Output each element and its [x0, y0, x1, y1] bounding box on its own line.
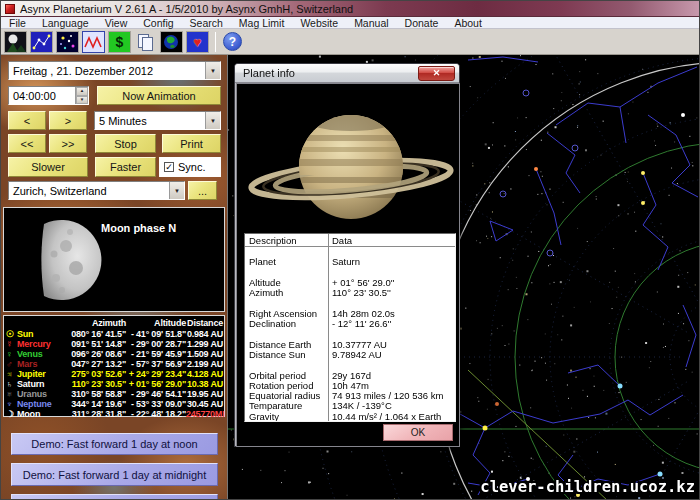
- location-browse-button[interactable]: ...: [188, 181, 217, 200]
- faster-button[interactable]: Faster: [95, 157, 156, 177]
- planet-symbol-icon: ☽: [6, 409, 16, 419]
- starfield-icon[interactable]: [56, 31, 79, 53]
- planet-row[interactable]: ☽ Moon 311° 28' 31.8" - 22° 48' 18.2" 24…: [6, 409, 222, 419]
- info-description: Rotation period: [245, 381, 328, 391]
- planet-altitude: - 22° 48' 18.2": [126, 409, 186, 419]
- planet-row[interactable]: ♄ Saturn 110° 23' 30.5" + 01° 56' 29.0" …: [6, 379, 222, 389]
- info-data: 10.37777 AU: [328, 340, 455, 350]
- app-icon: [5, 4, 15, 14]
- planet-distance: 4.128 AU: [186, 369, 223, 379]
- planet-row[interactable]: ♂ Mars 047° 27' 13.2" - 57° 37' 56.9" 2.…: [6, 359, 222, 369]
- info-description: [245, 298, 328, 308]
- menu-item[interactable]: Language: [34, 17, 97, 29]
- planet-symbol-icon: ♃: [6, 369, 16, 379]
- help-icon[interactable]: ?: [223, 32, 242, 51]
- print-button[interactable]: Print: [162, 134, 221, 153]
- fast-forward-button[interactable]: >>: [49, 134, 87, 153]
- menu-item[interactable]: Donate: [397, 17, 447, 29]
- time-input[interactable]: 04:00:00 ▲ ▼: [8, 86, 89, 105]
- info-row: Temparature 134K / -139°C: [245, 401, 455, 411]
- demo-noon-button[interactable]: Demo: Fast forward 1 day at noon: [11, 433, 218, 455]
- sync-option: ✓ Sync.: [159, 157, 221, 177]
- dialog-title: Planet info: [243, 67, 295, 79]
- dialog-body: Description Data Planet Saturn: [236, 83, 460, 447]
- info-row: Distance Earth 10.37777 AU: [245, 340, 455, 350]
- info-row: Gravity 10.44 m/s² / 1.064 x Earth: [245, 412, 455, 422]
- copy-sheet-front: [142, 37, 153, 51]
- dollar-icon[interactable]: $: [108, 31, 131, 53]
- constellation-icon[interactable]: [30, 31, 53, 53]
- menu-item[interactable]: About: [446, 17, 489, 29]
- planet-name: Moon: [16, 409, 60, 419]
- graph-icon[interactable]: [82, 31, 105, 53]
- location-combobox[interactable]: Zurich, Switzerland ▼: [8, 181, 185, 200]
- info-row: [245, 268, 455, 278]
- planet-row[interactable]: ♅ Uranus 310° 58' 58.8" - 29° 46' 54.1" …: [6, 389, 222, 399]
- info-data: + 01° 56' 29.0'': [328, 278, 455, 288]
- date-combobox[interactable]: Freitag , 21. Dezember 2012 ▼: [8, 61, 221, 80]
- info-data: Saturn: [328, 257, 455, 267]
- chevron-down-icon[interactable]: ▼: [205, 112, 220, 129]
- planet-name: Venus: [16, 349, 60, 359]
- chevron-down-icon[interactable]: ▼: [205, 62, 220, 79]
- fast-back-button[interactable]: <<: [8, 134, 46, 153]
- info-description: Right Ascension: [245, 309, 328, 319]
- info-data: - 12° 11' 26.6'': [328, 319, 455, 329]
- chevron-down-icon[interactable]: ▼: [169, 182, 184, 199]
- planet-table-header: Azimuth Altitude Distance: [6, 317, 222, 329]
- planet-altitude: + 01° 56' 29.0": [126, 379, 186, 389]
- now-animation-button[interactable]: Now Animation: [97, 86, 221, 105]
- planet-row[interactable]: ♀ Venus 096° 26' 08.6" - 21° 59' 45.9" 1…: [6, 349, 222, 359]
- heart-glyph: ♥: [193, 34, 201, 50]
- app-window: Asynx Planetarium V 2.61 A - 1/5/2010 by…: [0, 0, 700, 500]
- demo-third-button[interactable]: [11, 494, 218, 500]
- menu-item[interactable]: Search: [182, 17, 231, 29]
- slower-button[interactable]: Slower: [8, 157, 88, 177]
- planet-info-table: Description Data Planet Saturn: [244, 233, 456, 422]
- spin-up-icon[interactable]: ▲: [76, 87, 88, 96]
- sync-checkbox[interactable]: ✓: [164, 162, 174, 172]
- planet-name: Uranus: [16, 389, 60, 399]
- help-glyph: ?: [229, 35, 236, 49]
- info-data: 14h 28m 02.0s: [328, 309, 455, 319]
- planet-distance: 2.199 AU: [186, 359, 223, 369]
- planet-altitude: - 57° 37' 56.9": [126, 359, 186, 369]
- heart-icon[interactable]: ♥: [186, 31, 209, 53]
- step-forward-button[interactable]: >: [49, 111, 87, 130]
- planetarium-view-icon[interactable]: [4, 31, 27, 53]
- interval-combobox[interactable]: 5 Minutes ▼: [94, 111, 221, 130]
- close-icon[interactable]: ✕: [418, 66, 455, 81]
- menu-item[interactable]: Manual: [346, 17, 396, 29]
- planet-altitude: - 29° 46' 54.1": [126, 389, 186, 399]
- menu-item[interactable]: View: [97, 17, 136, 29]
- info-row: Equatorial radius 74 913 miles / 120 536…: [245, 391, 455, 401]
- col-altitude: Altitude: [126, 317, 186, 329]
- menu-item[interactable]: Website: [292, 17, 346, 29]
- planet-row[interactable]: ☿ Mercury 091° 51' 14.8" - 29° 00' 28.7"…: [6, 339, 222, 349]
- stop-button[interactable]: Stop: [95, 134, 156, 153]
- ok-button[interactable]: OK: [383, 424, 453, 441]
- info-data: [328, 360, 455, 370]
- planet-row[interactable]: ♆ Neptune 344° 14' 19.6" - 53° 33' 09.0"…: [6, 399, 222, 409]
- earth-icon[interactable]: [160, 31, 183, 53]
- dialog-titlebar[interactable]: Planet info ✕: [235, 64, 459, 83]
- demo-midnight-button[interactable]: Demo: Fast forward 1 day at midnight: [11, 463, 218, 486]
- menu-item[interactable]: Mag Limit: [231, 17, 293, 29]
- planet-row[interactable]: ☉ Sun 080° 16' 41.5" - 41° 09' 51.8" 0.9…: [6, 329, 222, 339]
- menu-item[interactable]: Config: [135, 17, 181, 29]
- planet-table: Azimuth Altitude Distance ☉ Sun 080° 16'…: [3, 315, 225, 417]
- moon-phase-panel: Moon phase N: [3, 207, 225, 312]
- planet-azimuth: 091° 51' 14.8": [60, 339, 126, 349]
- step-back-button[interactable]: <: [8, 111, 46, 130]
- interval-value: 5 Minutes: [95, 115, 205, 127]
- planet-azimuth: 096° 26' 08.6": [60, 349, 126, 359]
- menu-item[interactable]: File: [1, 17, 34, 29]
- planet-symbol-icon: ☿: [6, 339, 16, 349]
- copy-icon[interactable]: [134, 31, 157, 53]
- info-data: [328, 329, 455, 339]
- planet-row[interactable]: ♃ Jupiter 275° 03' 52.6" + 24° 29' 23.4"…: [6, 369, 222, 379]
- moon-phase-label: Moon phase N: [101, 222, 176, 234]
- info-row: Orbital period 29y 167d: [245, 371, 455, 381]
- info-description: Gravity: [245, 412, 328, 422]
- spin-down-icon[interactable]: ▼: [76, 96, 88, 105]
